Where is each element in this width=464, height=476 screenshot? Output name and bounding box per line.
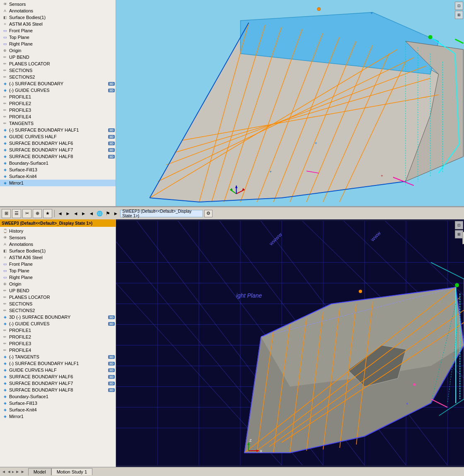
bottom-tree-item-profile4b[interactable]: ✏PROFILE4 — [0, 347, 116, 353]
tree-item-up-bend[interactable]: ✏UP BEND — [0, 54, 116, 60]
feature-icon: ◈ — [2, 153, 8, 160]
badge-3d-surface-boundary-half7: 3D — [108, 148, 115, 152]
tree-item-surface-boundary-half1[interactable]: ◈(-) SURFACE BOUNDARY HALF13D — [0, 127, 116, 133]
bottom-tree-label-mirror1b: Mirror1 — [9, 414, 115, 419]
bottom-tree-item-planes-locator2[interactable]: ✏PLANES LOCATOR — [0, 294, 116, 301]
tree-item-top-plane[interactable]: ▭Top Plane — [0, 34, 116, 41]
bottom-tree-item-surface-knit4b[interactable]: ◈Surface-Knit4 — [0, 406, 116, 413]
tree-label-mirror1: Mirror1 — [9, 180, 115, 185]
bottom-tree-item-guide-curves-half2[interactable]: ◈GUIDE CURVES HALF3D — [0, 367, 116, 373]
bottom-tree-item-guide-curves3[interactable]: ◈(-) GUIDE CURVES3D — [0, 320, 116, 327]
tree-item-surface-boundary-half8[interactable]: ◈SURFACE BOUNDARY HALF83D — [0, 153, 116, 160]
bottom-tree-item-origin2[interactable]: ⊕Origin — [0, 281, 116, 287]
bottom-tree-item-front-plane2[interactable]: ▭Front Plane — [0, 261, 116, 267]
origin-icon-b: ⊕ — [2, 281, 8, 287]
bottom-tree-item-sensors2[interactable]: 👁Sensors — [0, 234, 116, 241]
tree-item-tangents[interactable]: ✏TANGENTS — [0, 120, 116, 127]
tree-item-guide-curves-half[interactable]: ◈GUIDE CURVES HALF3D — [0, 133, 116, 140]
bottom-tree-item-annotations2[interactable]: AAnnotations — [0, 241, 116, 248]
nav-left[interactable]: ◄ — [57, 210, 63, 217]
tree-item-profile1[interactable]: ✏PROFILE1 — [0, 94, 116, 100]
bottom-badge-3d-tangents2: 3D — [108, 355, 115, 359]
tree-item-surface-boundary[interactable]: ◈(-) SURFACE BOUNDARY3D — [0, 80, 116, 87]
tree-item-profile3[interactable]: ✏PROFILE3 — [0, 107, 116, 113]
nav-left2[interactable]: ◄ — [72, 210, 79, 217]
bottom-tree-item-right-plane2[interactable]: ▭Right Plane — [0, 274, 116, 281]
bottom-tree-item-surface-boundary-half7b[interactable]: ◈SURFACE BOUNDARY HALF73D — [0, 380, 116, 387]
nav-right3[interactable]: ► — [112, 210, 119, 217]
bottom-tree-item-up-bend2[interactable]: ✏UP BEND — [0, 287, 116, 294]
tree-item-surface-boundary-half7[interactable]: ◈SURFACE BOUNDARY HALF73D — [0, 147, 116, 153]
tree-item-profile4[interactable]: ✏PROFILE4 — [0, 113, 116, 120]
status-nav-icons: ◄ ◄ ▸ ► ► — [2, 469, 25, 474]
tree-item-sections2[interactable]: ✏SECTIONS2 — [0, 74, 116, 80]
feature-tree-bottom: ⌚History👁SensorsAAnnotations◧Surface Bod… — [0, 227, 116, 467]
active-item-display: SWEEP3 (Default<<Default>_Display State … — [120, 210, 203, 217]
bottom-badge-3d-guide-curves3: 3D — [108, 322, 115, 326]
tree-item-surface-bodies[interactable]: ◧Surface Bodies(1) — [0, 14, 116, 21]
tree-item-mirror1[interactable]: ◈Mirror1 — [0, 180, 116, 186]
viewport-top[interactable]: + + + + ⊡ ⊞ — [116, 0, 464, 206]
tree-item-surface-boundary-half6[interactable]: ◈SURFACE BOUNDARY HALF63D — [0, 140, 116, 147]
tree-item-origin[interactable]: ⊕Origin — [0, 47, 116, 54]
tree-label-top-plane: Top Plane — [9, 35, 115, 40]
viewport-bottom[interactable]: ight Plane WWWW WWW + X Z ⊡ ⊞ — [116, 219, 464, 467]
toolbar-btn-4[interactable]: ⊕ — [33, 209, 42, 218]
toolbar-btn-1[interactable]: ⊞ — [2, 209, 11, 218]
sketch-icon: ✏ — [2, 113, 8, 120]
tree-item-planes-locator[interactable]: ✏PLANES LOCATOR — [0, 60, 116, 67]
toolbar-btn-3[interactable]: ✂ — [22, 209, 31, 218]
bottom-tree-item-history[interactable]: ⌚History — [0, 228, 116, 234]
nav-right[interactable]: ► — [65, 210, 71, 217]
nav-right2[interactable]: ► — [80, 210, 87, 217]
bottom-tree-item-surface-bodies2[interactable]: ◧Surface Bodies(1) — [0, 248, 116, 254]
tree-item-front-plane[interactable]: ▭Front Plane — [0, 27, 116, 34]
view-orient-icon-2[interactable]: ⊡ — [455, 221, 463, 229]
view-orient-icon[interactable]: ⊡ — [455, 2, 463, 10]
tab-model[interactable]: Model — [28, 468, 51, 476]
nav-left3[interactable]: ◄ — [88, 210, 95, 217]
bottom-tree-item-astm-steel2[interactable]: ≡ASTM A36 Steel — [0, 254, 116, 261]
tree-item-profile2[interactable]: ✏PROFILE2 — [0, 100, 116, 107]
bottom-tree-item-sections4[interactable]: ✏SECTIONS2 — [0, 307, 116, 314]
tree-label-profile1: PROFILE1 — [9, 94, 115, 99]
bottom-tree-item-surface-boundary-half1b[interactable]: ◈(-) SURFACE BOUNDARY HALF13D — [0, 360, 116, 367]
bottom-tree-item-top-plane2[interactable]: ▭Top Plane — [0, 267, 116, 274]
bottom-tree-label-guide-curves3: (-) GUIDE CURVES — [9, 321, 107, 326]
tree-label-profile4: PROFILE4 — [9, 114, 115, 119]
tree-label-guide-curves-half: GUIDE CURVES HALF — [9, 134, 107, 139]
sketch-icon-b: ✏ — [2, 307, 8, 314]
annotation-icon: A — [2, 7, 8, 14]
bottom-tree-item-profile2b[interactable]: ✏PROFILE2 — [0, 334, 116, 340]
bottom-tree-item-sections3[interactable]: ✏SECTIONS — [0, 301, 116, 307]
tree-item-astm-steel[interactable]: ≡ASTM A36 Steel — [0, 21, 116, 27]
bottom-tree-item-surface-boundary-half6b[interactable]: ◈SURFACE BOUNDARY HALF63D — [0, 373, 116, 380]
tree-item-surface-knit4[interactable]: ◈Surface-Knit4 — [0, 173, 116, 180]
tree-item-surface-fill13[interactable]: ◈Surface-Fill13 — [0, 166, 116, 173]
tree-item-boundary-surface1[interactable]: ◈Boundary-Surface1 — [0, 160, 116, 166]
tree-item-right-plane[interactable]: ▭Right Plane — [0, 41, 116, 47]
feature-icon-b: ◈ — [2, 360, 8, 367]
bottom-tree-item-mirror1b[interactable]: ◈Mirror1 — [0, 413, 116, 420]
tree-item-sensors[interactable]: 👁Sensors — [0, 1, 116, 7]
bottom-tree-item-surface-boundary3[interactable]: ◈3D (-) SURFACE BOUNDARY3D — [0, 314, 116, 320]
tree-label-front-plane: Front Plane — [9, 28, 115, 33]
bottom-tree-item-surface-boundary-half8b[interactable]: ◈SURFACE BOUNDARY HALF83D — [0, 387, 116, 393]
tree-item-guide-curves[interactable]: ◈(-) GUIDE CURVES3D — [0, 87, 116, 94]
nav-globe[interactable]: 🌐 — [96, 210, 104, 217]
bottom-tree-item-boundary-surface1b[interactable]: ◈Boundary-Surface1 — [0, 393, 116, 400]
toolbar-btn-5[interactable]: ★ — [43, 209, 52, 218]
tree-label-sensors: Sensors — [9, 2, 115, 7]
plane-icon: ▭ — [2, 27, 8, 34]
bottom-tree-item-tangents2[interactable]: ◈(-) TANGENTS3D — [0, 353, 116, 360]
settings-btn[interactable]: ⚙ — [204, 210, 213, 217]
view-settings-icon[interactable]: ⊞ — [455, 11, 463, 19]
bottom-tree-item-profile1b[interactable]: ✏PROFILE1 — [0, 327, 116, 334]
nav-flag[interactable]: ⚑ — [105, 210, 111, 217]
toolbar-btn-2[interactable]: ☰ — [12, 209, 21, 218]
bottom-tree-item-profile3b[interactable]: ✏PROFILE3 — [0, 340, 116, 347]
tab-motion-study[interactable]: Motion Study 1 — [51, 468, 92, 475]
tree-item-annotations[interactable]: AAnnotations — [0, 7, 116, 14]
tree-item-sections[interactable]: ✏SECTIONS — [0, 67, 116, 74]
bottom-tree-item-surface-fill13b[interactable]: ◈Surface-Fill13 — [0, 400, 116, 406]
